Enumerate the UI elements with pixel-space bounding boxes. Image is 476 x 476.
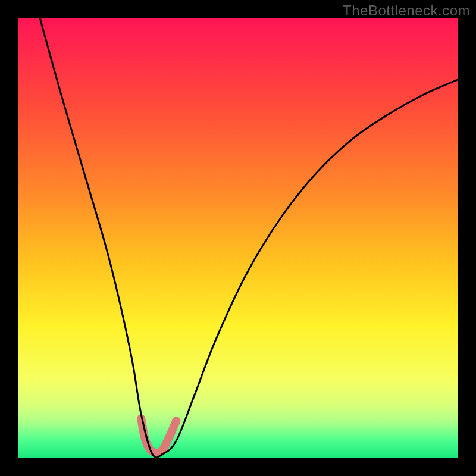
watermark-label: TheBottleneck.com (343, 2, 470, 19)
bottleneck-chart (0, 0, 476, 476)
gradient-background (18, 18, 458, 458)
chart-frame: TheBottleneck.com (0, 0, 476, 476)
